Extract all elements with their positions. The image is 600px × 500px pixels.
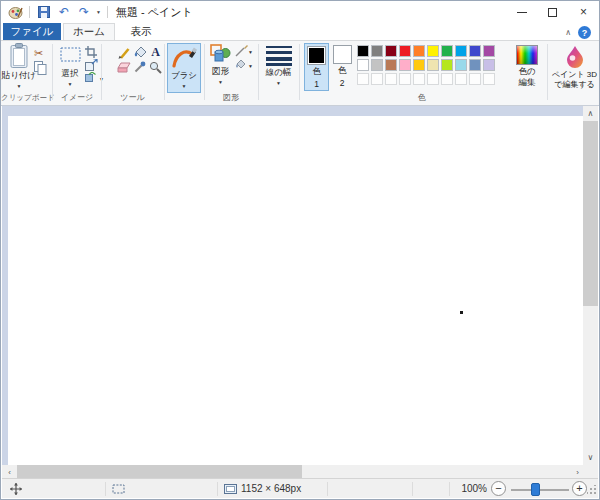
edit-colors-label: 色の編集 (516, 66, 538, 87)
tab-home[interactable]: ホーム (63, 23, 115, 40)
color-swatch[interactable] (399, 45, 411, 57)
title-bar: ↶ ↷ ▼ 無題 - ペイント × (1, 1, 599, 23)
undo-icon[interactable]: ↶ (56, 4, 72, 20)
cut-icon[interactable]: ✂ (34, 46, 49, 60)
brush-dropdown-icon: ▼ (182, 83, 187, 89)
edit-colors-icon (516, 45, 538, 65)
color-picker-icon[interactable] (132, 60, 147, 74)
zoom-out-button[interactable]: − (491, 481, 506, 496)
color-swatch[interactable] (441, 45, 453, 57)
shapes-dropdown-icon: ▼ (218, 79, 223, 85)
group-label-tools: ツール (102, 92, 163, 103)
color-swatch[interactable] (371, 59, 383, 71)
redo-icon[interactable]: ↷ (76, 4, 92, 20)
color-swatch-empty[interactable] (399, 73, 411, 85)
color-swatch[interactable] (441, 59, 453, 71)
color-swatch[interactable] (385, 59, 397, 71)
color-swatch[interactable] (413, 59, 425, 71)
scroll-down-icon[interactable]: ∨ (583, 450, 598, 465)
color-swatch[interactable] (483, 45, 495, 57)
group-divider (547, 44, 548, 100)
magnifier-icon[interactable] (148, 60, 163, 74)
color-swatch-empty[interactable] (469, 73, 481, 85)
color1-button[interactable]: 色 1 (304, 43, 329, 91)
qat-separator (29, 6, 30, 18)
fill-icon[interactable] (132, 45, 147, 59)
select-label: 選択 (62, 68, 79, 80)
color-swatch[interactable] (385, 45, 397, 57)
collapse-ribbon-icon[interactable]: ∧ (565, 28, 571, 37)
color-swatch[interactable] (427, 45, 439, 57)
color1-swatch (307, 46, 326, 65)
group-label-colors: 色 (299, 92, 545, 103)
crop-icon[interactable] (85, 46, 97, 58)
line-width-icon (266, 45, 292, 66)
shapes-icon (210, 44, 231, 65)
text-tool-icon[interactable]: A (148, 45, 163, 59)
color-swatch-empty[interactable] (455, 73, 467, 85)
color-swatch-empty[interactable] (385, 73, 397, 85)
help-icon[interactable]: ? (578, 26, 591, 39)
shape-outline-dropdown-icon: ▼ (248, 49, 253, 55)
color-swatch[interactable] (455, 59, 467, 71)
color-swatch-empty[interactable] (441, 73, 453, 85)
status-divider (217, 482, 218, 496)
paint3d-button[interactable]: ペイント 3D で編集する (550, 43, 599, 101)
paint3d-icon (564, 45, 586, 69)
resize-icon[interactable] (85, 59, 98, 71)
shapes-button[interactable]: 図形 ▼ (208, 43, 233, 93)
line-width-dropdown-icon: ▼ (276, 80, 281, 86)
copy-icon[interactable] (34, 61, 47, 75)
edit-colors-button[interactable]: 色の編集 (510, 43, 544, 97)
color-swatch-empty[interactable] (413, 73, 425, 85)
tab-file[interactable]: ファイル (3, 23, 61, 40)
eraser-icon[interactable] (116, 60, 131, 74)
vertical-scrollbar[interactable]: ∧ ∨ (583, 106, 598, 465)
color-swatch[interactable] (427, 59, 439, 71)
close-button[interactable]: × (568, 1, 599, 23)
color-swatch[interactable] (469, 45, 481, 57)
brush-icon (171, 46, 197, 69)
clipboard-icon (9, 43, 29, 69)
color-swatch[interactable] (413, 45, 425, 57)
color-swatch[interactable] (469, 59, 481, 71)
brush-button[interactable]: ブラシ ▼ (167, 43, 201, 93)
color-swatch[interactable] (399, 59, 411, 71)
drawing-canvas[interactable] (8, 116, 585, 465)
save-icon[interactable] (36, 4, 52, 20)
minimize-button[interactable] (506, 1, 537, 23)
line-width-button[interactable]: 線の幅 ▼ (262, 43, 295, 93)
color-palette (357, 45, 495, 85)
color-swatch-empty[interactable] (371, 73, 383, 85)
image-size-text: 1152 × 648px (241, 483, 301, 494)
group-label-clipboard: クリップボード (1, 93, 52, 103)
color2-button[interactable]: 色 2 (331, 43, 353, 91)
color-swatch-empty[interactable] (427, 73, 439, 85)
color-swatch[interactable] (455, 45, 467, 57)
paste-button[interactable]: 貼り付け ▼ (4, 43, 34, 93)
color-swatch-empty[interactable] (483, 73, 495, 85)
quick-access-toolbar: ↶ ↷ ▼ (1, 4, 110, 20)
shape-fill-icon[interactable]: ▼ (235, 59, 253, 71)
color-swatch[interactable] (357, 45, 369, 57)
zoom-in-button[interactable]: + (572, 481, 587, 496)
color1-label: 色 (312, 66, 321, 78)
select-button[interactable]: 選択 ▼ (56, 43, 84, 93)
tab-view[interactable]: 表示 (117, 23, 165, 40)
ribbon-tabs: ファイル ホーム 表示 ∧ ? (1, 23, 599, 40)
status-divider (327, 482, 328, 496)
zoom-slider-thumb[interactable] (531, 483, 540, 496)
color2-label: 色 (338, 65, 347, 77)
color-swatch[interactable] (371, 45, 383, 57)
resize-grip[interactable] (587, 485, 597, 497)
color-swatch[interactable] (357, 59, 369, 71)
zoom-slider-track[interactable] (511, 489, 569, 491)
color-swatch[interactable] (483, 59, 495, 71)
pencil-icon[interactable] (116, 45, 131, 59)
shape-outline-icon[interactable]: ▼ (235, 45, 253, 58)
qat-dropdown-icon[interactable]: ▼ (96, 9, 101, 15)
vertical-scrollbar-thumb[interactable] (583, 121, 598, 306)
color-swatch-empty[interactable] (357, 73, 369, 85)
scroll-up-icon[interactable]: ∧ (583, 106, 598, 121)
maximize-button[interactable] (537, 1, 568, 23)
